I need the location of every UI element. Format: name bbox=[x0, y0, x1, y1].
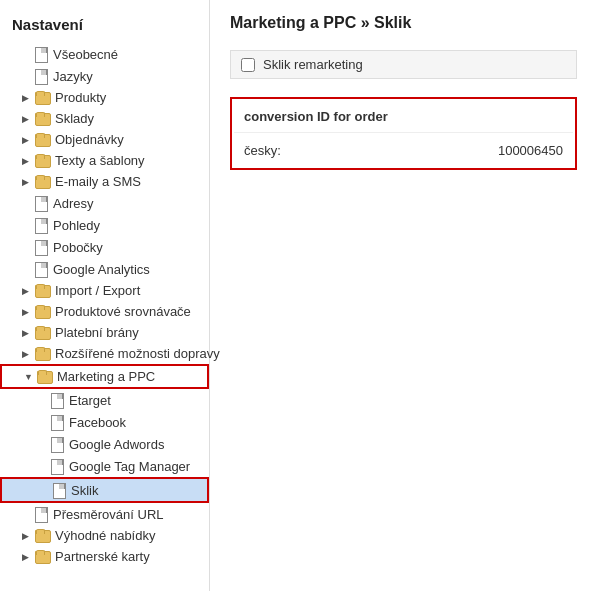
sidebar-item-label: Platební brány bbox=[55, 325, 139, 340]
sidebar-item-vyhodne-nabidky[interactable]: ▶Výhodné nabídky bbox=[0, 525, 209, 546]
folder-icon bbox=[34, 550, 50, 564]
conversion-table-header: conversion ID for order bbox=[234, 101, 573, 133]
sidebar-item-pobocky[interactable]: Pobočky bbox=[0, 236, 209, 258]
sidebar: Nastavení VšeobecnéJazyky▶Produkty▶Sklad… bbox=[0, 0, 210, 591]
sidebar-item-label: Marketing a PPC bbox=[57, 369, 155, 384]
triangle-icon: ▶ bbox=[22, 114, 32, 124]
folder-icon bbox=[34, 305, 50, 319]
table-row-label: česky: bbox=[234, 135, 369, 166]
folder-icon bbox=[34, 91, 50, 105]
sidebar-item-vseobecne[interactable]: Všeobecné bbox=[0, 43, 209, 65]
sidebar-item-label: Přesměrování URL bbox=[53, 507, 164, 522]
sidebar-item-preusmerovani-url[interactable]: Přesměrování URL bbox=[0, 503, 209, 525]
doc-icon bbox=[50, 392, 64, 408]
sidebar-item-label: Texty a šablony bbox=[55, 153, 145, 168]
triangle-icon: ▶ bbox=[22, 135, 32, 145]
folder-icon bbox=[34, 347, 50, 361]
sidebar-item-label: Etarget bbox=[69, 393, 111, 408]
doc-icon bbox=[34, 261, 48, 277]
folder-icon bbox=[34, 326, 50, 340]
doc-icon bbox=[50, 436, 64, 452]
triangle-icon: ▶ bbox=[22, 307, 32, 317]
folder-icon bbox=[34, 175, 50, 189]
conversion-table: conversion ID for order česky:100006450 bbox=[230, 97, 577, 170]
sidebar-item-label: Import / Export bbox=[55, 283, 140, 298]
doc-icon bbox=[50, 458, 64, 474]
triangle-icon: ▼ bbox=[24, 372, 34, 382]
sidebar-item-platebni-brany[interactable]: ▶Platební brány bbox=[0, 322, 209, 343]
folder-icon bbox=[34, 112, 50, 126]
sidebar-item-emaily-a-sms[interactable]: ▶E-maily a SMS bbox=[0, 171, 209, 192]
triangle-icon: ▶ bbox=[22, 177, 32, 187]
sidebar-item-pohledy[interactable]: Pohledy bbox=[0, 214, 209, 236]
sidebar-item-sklik[interactable]: Sklik bbox=[0, 477, 209, 503]
page-title: Marketing a PPC » Sklik bbox=[230, 14, 577, 32]
main-content: Marketing a PPC » Sklik Sklik remarketin… bbox=[210, 0, 597, 591]
sidebar-item-import-export[interactable]: ▶Import / Export bbox=[0, 280, 209, 301]
sidebar-title: Nastavení bbox=[0, 10, 209, 43]
sidebar-item-partnerske-karty[interactable]: ▶Partnerské karty bbox=[0, 546, 209, 567]
sidebar-item-label: Google Analytics bbox=[53, 262, 150, 277]
sidebar-item-label: Pobočky bbox=[53, 240, 103, 255]
sidebar-item-google-analytics[interactable]: Google Analytics bbox=[0, 258, 209, 280]
triangle-icon: ▶ bbox=[22, 552, 32, 562]
sidebar-item-label: Produktové srovnávače bbox=[55, 304, 191, 319]
remarketing-checkbox[interactable] bbox=[241, 58, 255, 72]
doc-icon bbox=[50, 414, 64, 430]
folder-icon bbox=[34, 284, 50, 298]
sidebar-item-label: E-maily a SMS bbox=[55, 174, 141, 189]
folder-icon bbox=[34, 529, 50, 543]
folder-icon bbox=[34, 154, 50, 168]
sidebar-item-label: Sklik bbox=[71, 483, 98, 498]
doc-icon bbox=[34, 239, 48, 255]
triangle-icon: ▶ bbox=[22, 349, 32, 359]
sidebar-item-jazyky[interactable]: Jazyky bbox=[0, 65, 209, 87]
doc-icon bbox=[34, 506, 48, 522]
sidebar-item-produkty[interactable]: ▶Produkty bbox=[0, 87, 209, 108]
remarketing-row: Sklik remarketing bbox=[230, 50, 577, 79]
triangle-icon: ▶ bbox=[22, 286, 32, 296]
sidebar-item-label: Google Adwords bbox=[69, 437, 164, 452]
triangle-icon: ▶ bbox=[22, 93, 32, 103]
triangle-icon: ▶ bbox=[22, 328, 32, 338]
sidebar-item-adresy[interactable]: Adresy bbox=[0, 192, 209, 214]
sidebar-item-label: Objednávky bbox=[55, 132, 124, 147]
doc-icon bbox=[52, 482, 66, 498]
sidebar-item-texty-a-sablony[interactable]: ▶Texty a šablony bbox=[0, 150, 209, 171]
doc-icon bbox=[34, 46, 48, 62]
sidebar-item-sklady[interactable]: ▶Sklady bbox=[0, 108, 209, 129]
sidebar-item-rozsirene-moznosti-dopravy[interactable]: ▶Rozšířené možnosti dopravy bbox=[0, 343, 209, 364]
sidebar-item-facebook[interactable]: Facebook bbox=[0, 411, 209, 433]
sidebar-item-label: Výhodné nabídky bbox=[55, 528, 155, 543]
sidebar-item-label: Pohledy bbox=[53, 218, 100, 233]
triangle-icon: ▶ bbox=[22, 156, 32, 166]
folder-icon bbox=[34, 133, 50, 147]
sidebar-item-marketing-a-ppc[interactable]: ▼Marketing a PPC bbox=[0, 364, 209, 389]
sidebar-item-google-adwords[interactable]: Google Adwords bbox=[0, 433, 209, 455]
doc-icon bbox=[34, 217, 48, 233]
table-row-value: 100006450 bbox=[371, 135, 573, 166]
remarketing-label[interactable]: Sklik remarketing bbox=[263, 57, 363, 72]
sidebar-item-label: Všeobecné bbox=[53, 47, 118, 62]
table-row: česky:100006450 bbox=[234, 135, 573, 166]
sidebar-item-label: Jazyky bbox=[53, 69, 93, 84]
sidebar-item-label: Partnerské karty bbox=[55, 549, 150, 564]
sidebar-item-google-tag-manager[interactable]: Google Tag Manager bbox=[0, 455, 209, 477]
sidebar-item-label: Rozšířené možnosti dopravy bbox=[55, 346, 220, 361]
sidebar-item-label: Produkty bbox=[55, 90, 106, 105]
doc-icon bbox=[34, 195, 48, 211]
doc-icon bbox=[34, 68, 48, 84]
folder-icon bbox=[36, 370, 52, 384]
sidebar-item-produktove-srovnavace[interactable]: ▶Produktové srovnávače bbox=[0, 301, 209, 322]
sidebar-item-label: Facebook bbox=[69, 415, 126, 430]
triangle-icon: ▶ bbox=[22, 531, 32, 541]
sidebar-item-etarget[interactable]: Etarget bbox=[0, 389, 209, 411]
sidebar-item-label: Adresy bbox=[53, 196, 93, 211]
sidebar-item-objednavky[interactable]: ▶Objednávky bbox=[0, 129, 209, 150]
sidebar-item-label: Google Tag Manager bbox=[69, 459, 190, 474]
sidebar-item-label: Sklady bbox=[55, 111, 94, 126]
